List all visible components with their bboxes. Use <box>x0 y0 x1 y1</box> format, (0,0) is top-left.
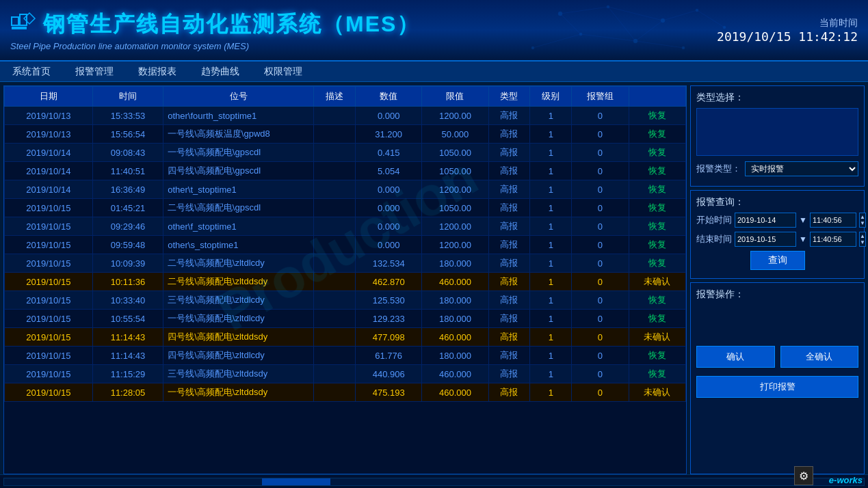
op-panel-title: 报警操作： <box>696 288 858 301</box>
cell-level: 1 <box>530 273 572 291</box>
cell-level: 1 <box>530 383 572 402</box>
confirm-button[interactable]: 确认 <box>696 346 775 368</box>
start-time-spinner[interactable]: ▲▼ <box>859 213 866 228</box>
cell-level: 1 <box>530 107 572 125</box>
end-time-input[interactable] <box>810 232 856 247</box>
nav-report[interactable]: 数据报表 <box>133 64 182 79</box>
cell-pos: 二号线\高频配电\gpscdl <box>163 199 314 217</box>
cell-limit: 1050.00 <box>422 162 488 180</box>
end-date-input[interactable] <box>735 232 796 247</box>
table-row[interactable]: 2019/10/15 11:14:43 四号线\高频配电\zltdlcdy 61… <box>5 347 686 365</box>
table-row[interactable]: 2019/10/15 10:33:40 三号线\高频配电\zltdlcdy 12… <box>5 291 686 310</box>
start-date-input[interactable] <box>735 213 796 228</box>
cell-group: 0 <box>572 273 629 291</box>
cell-value: 440.906 <box>356 365 422 383</box>
cell-desc <box>314 199 356 217</box>
nav-auth[interactable]: 权限管理 <box>259 64 308 79</box>
query-panel-title: 报警查询： <box>696 196 858 208</box>
cell-time: 16:36:49 <box>92 180 163 199</box>
table-scroll-area[interactable]: 日期 时间 位号 描述 数值 限值 类型 级别 报警组 2019/10/13 1… <box>4 86 686 474</box>
cell-status: 未确认 <box>629 328 685 347</box>
cell-value: 477.098 <box>356 328 422 347</box>
cell-limit: 1200.00 <box>422 217 488 236</box>
cell-limit: 460.000 <box>422 383 488 402</box>
svg-line-17 <box>635 21 663 41</box>
cell-status: 恢复 <box>629 162 685 180</box>
cell-type: 高报 <box>488 347 530 365</box>
cell-group: 0 <box>572 310 629 328</box>
cell-date: 2019/10/14 <box>5 162 93 180</box>
table-row[interactable]: 2019/10/15 10:09:39 二号线\高频配电\zltdlcdy 13… <box>5 254 686 273</box>
scrollbar-thumb[interactable] <box>262 478 330 485</box>
cell-type: 高报 <box>488 310 530 328</box>
table-row[interactable]: 2019/10/15 11:28:05 一号线\高频配电\zltddsdy 47… <box>5 383 686 402</box>
table-row[interactable]: 2019/10/15 09:29:46 other\f_stoptime1 0.… <box>5 217 686 236</box>
query-button[interactable]: 查询 <box>750 251 805 270</box>
cell-limit: 1200.00 <box>422 180 488 199</box>
print-button[interactable]: 打印报警 <box>696 376 858 398</box>
query-panel: 报警查询： 开始时间： ▼ ▲▼ 结束时间： ▼ ▲▼ 查询 <box>690 190 865 279</box>
col-group: 报警组 <box>572 87 629 107</box>
type-select-title: 类型选择： <box>696 92 858 104</box>
table-row[interactable]: 2019/10/13 15:56:54 一号线\高频板温度\gpwd8 31.2… <box>5 125 686 144</box>
cell-type: 高报 <box>488 180 530 199</box>
cell-time: 10:09:39 <box>92 254 163 273</box>
cell-pos: 一号线\高频板温度\gpwd8 <box>163 125 314 144</box>
table-row[interactable]: 2019/10/13 15:33:53 other\fourth_stoptim… <box>5 107 686 125</box>
cell-limit: 460.000 <box>422 365 488 383</box>
table-row[interactable]: 2019/10/15 09:59:48 other\s_stoptime1 0.… <box>5 236 686 254</box>
table-row[interactable]: 2019/10/15 10:11:36 二号线\高频配电\zltddsdy 46… <box>5 273 686 291</box>
table-row[interactable]: 2019/10/15 01:45:21 二号线\高频配电\gpscdl 0.00… <box>5 199 686 217</box>
svg-line-11 <box>663 10 697 21</box>
nav-home[interactable]: 系统首页 <box>7 64 56 79</box>
cell-time: 10:33:40 <box>92 291 163 310</box>
cell-desc <box>314 291 356 310</box>
alarm-type-select[interactable]: 实时报警 历史报警 <box>745 161 858 176</box>
cell-pos: 三号线\高频配电\zltddsdy <box>163 365 314 383</box>
cell-pos: 三号线\高频配电\zltdlcdy <box>163 291 314 310</box>
end-time-spinner[interactable]: ▲▼ <box>859 232 866 247</box>
cell-pos: 一号线\高频配电\zltdlcdy <box>163 310 314 328</box>
nav-alarm[interactable]: 报警管理 <box>70 64 119 79</box>
cell-status: 恢复 <box>629 236 685 254</box>
header-left: 钢管生产线自动化监测系统（MES） Steel Pipe Production … <box>10 10 420 51</box>
cell-value: 462.870 <box>356 273 422 291</box>
gear-button[interactable]: ⚙ <box>794 466 813 485</box>
col-level: 级别 <box>530 87 572 107</box>
cell-value: 61.776 <box>356 347 422 365</box>
cell-value: 0.415 <box>356 144 422 162</box>
cell-type: 高报 <box>488 217 530 236</box>
svg-line-15 <box>560 14 581 34</box>
cell-level: 1 <box>530 199 572 217</box>
confirm-all-button[interactable]: 全确认 <box>780 346 859 368</box>
table-row[interactable]: 2019/10/15 11:14:43 四号线\高频配电\zltddsdy 47… <box>5 328 686 347</box>
horizontal-scrollbar[interactable] <box>3 478 865 486</box>
company-logo <box>10 12 36 38</box>
cell-group: 0 <box>572 125 629 144</box>
cell-type: 高报 <box>488 199 530 217</box>
table-row[interactable]: 2019/10/15 11:15:29 三号线\高频配电\zltddsdy 44… <box>5 365 686 383</box>
cell-desc <box>314 162 356 180</box>
cell-group: 0 <box>572 144 629 162</box>
cell-level: 1 <box>530 291 572 310</box>
cell-level: 1 <box>530 162 572 180</box>
nav-trend[interactable]: 趋势曲线 <box>196 64 245 79</box>
cell-group: 0 <box>572 328 629 347</box>
cell-group: 0 <box>572 236 629 254</box>
cell-date: 2019/10/15 <box>5 236 93 254</box>
svg-point-4 <box>579 33 582 36</box>
table-row[interactable]: 2019/10/14 11:40:51 四号线\高频配电\gpscdl 5.05… <box>5 162 686 180</box>
table-row[interactable]: 2019/10/14 09:08:43 一号线\高频配电\gpscdl 0.41… <box>5 144 686 162</box>
table-row[interactable]: 2019/10/14 16:36:49 other\t_stoptime1 0.… <box>5 180 686 199</box>
cell-status: 恢复 <box>629 144 685 162</box>
cell-group: 0 <box>572 365 629 383</box>
cell-date: 2019/10/15 <box>5 291 93 310</box>
cell-value: 129.233 <box>356 310 422 328</box>
cell-time: 11:15:29 <box>92 365 163 383</box>
cell-status: 未确认 <box>629 273 685 291</box>
cell-level: 1 <box>530 347 572 365</box>
start-time-input[interactable] <box>810 213 856 228</box>
cell-date: 2019/10/15 <box>5 199 93 217</box>
table-row[interactable]: 2019/10/15 10:55:54 一号线\高频配电\zltdlcdy 12… <box>5 310 686 328</box>
cell-value: 0.000 <box>356 199 422 217</box>
